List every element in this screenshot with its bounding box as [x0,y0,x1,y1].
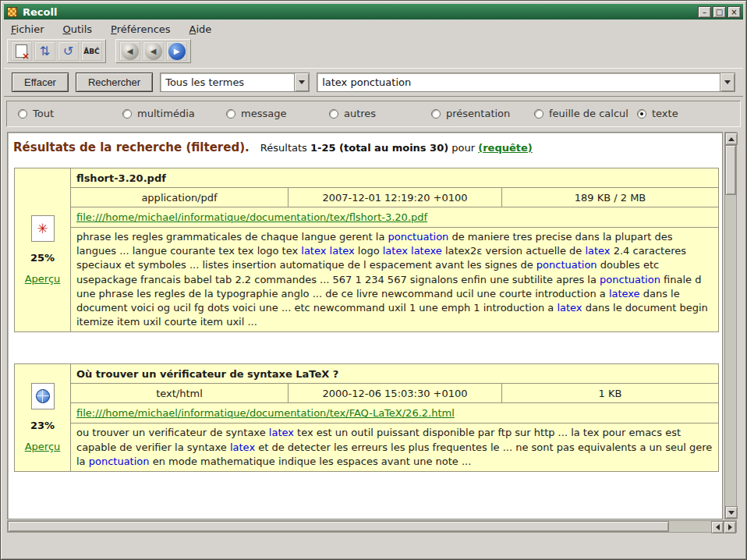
horizontal-scrollbar-trough[interactable] [669,521,711,532]
globe-icon [36,389,50,403]
arrow-up-icon [728,137,735,141]
result-mime: application/pdf [71,188,289,207]
relevance-percent: 25% [20,252,65,264]
first-page-icon: ◀ [122,43,139,60]
result-datetime: 2007-12-01 12:19:20 +0100 [289,188,502,207]
window-title: Recoll [23,6,696,18]
history-icon: ↺ [63,45,73,58]
menu-preferences[interactable]: Préférences [111,23,170,35]
results-summary-pour: pour [451,142,475,154]
result-url-cell: file:///home/michael/informatique/docume… [71,207,719,228]
result-url-link[interactable]: file:///home/michael/informatique/docume… [76,211,427,223]
scroll-right-button[interactable] [724,521,736,533]
results-summary: Résultats 1-25 (total au moins 30) pour … [260,142,533,154]
close-button[interactable]: × [728,6,741,18]
clear-button[interactable]: Effacer [12,73,69,92]
filter-label: autres [344,108,376,119]
result-size: 1 KB [502,384,719,403]
results-range: 1-25 (total au moins 30) [310,142,448,154]
search-input[interactable] [317,73,720,91]
titlebar[interactable]: Recoll – □ × [4,4,743,19]
relevance-percent: 23% [20,420,65,431]
result-title: Où trouver un vérificateur de syntaxe La… [71,364,719,384]
result-side-cell: 23% Aperçu [15,364,71,472]
clear-search-button[interactable] [11,41,32,61]
update-index-icon: ⇅ [40,45,50,58]
prev-page-icon: ◀ [145,43,162,60]
preview-link[interactable]: Aperçu [25,273,61,285]
result-mime: text/html [71,384,289,403]
first-page-button[interactable]: ◀ [119,41,140,61]
search-mode-select[interactable]: Tous les termes [160,73,310,92]
radio-icon[interactable] [431,109,441,119]
result-size: 189 KB / 2 MB [502,188,719,207]
prev-page-button[interactable]: ◀ [143,41,164,61]
chevron-down-icon [299,80,305,84]
filter-label: présentation [446,108,510,119]
recoll-window: Recoll – □ × Fichier Outils Préférences … [0,0,747,560]
filter-label: feuille de calcul [549,108,628,119]
filter-texte[interactable]: texte [637,108,678,119]
filter-label: message [241,108,286,119]
arrow-left-icon [716,524,720,530]
filter-autres[interactable]: autres [329,108,376,119]
result-title: flshort-3.20.pdf [71,168,719,188]
results-list: Résultats de la recherche (filtered). Ré… [7,132,723,519]
filter-presentation[interactable]: présentation [431,108,510,119]
filter-label: multimédia [137,108,195,119]
scroll-left-button[interactable] [711,521,724,533]
radio-icon[interactable] [226,109,235,119]
toolbar-group-actions: ⇅ ↺ ÂBĈ [7,39,106,63]
query-history-dropdown-button[interactable] [720,73,735,91]
results-header: Résultats de la recherche (filtered). Ré… [8,133,722,154]
query-details-link[interactable]: (requête) [478,142,533,154]
radio-icon[interactable] [534,109,543,119]
horizontal-scrollbar[interactable] [7,520,737,533]
result-url-link[interactable]: file:///home/michael/informatique/docume… [76,407,455,419]
toolbar-group-navigation: ◀ ◀ ▶ [115,39,191,63]
radio-icon[interactable] [122,109,132,119]
menu-aide[interactable]: Aide [189,23,212,35]
radio-icon[interactable] [329,109,338,119]
pdf-icon: ✳ [31,215,55,242]
result-item-2: 23% Aperçu Où trouver un vérificateur de… [14,363,719,472]
arrow-right-icon [728,524,732,530]
radio-icon[interactable] [637,109,646,119]
radio-icon[interactable] [18,109,27,119]
next-page-button[interactable]: ▶ [166,41,187,61]
result-url-cell: file:///home/michael/informatique/docume… [71,403,719,424]
filter-feuille-de-calcul[interactable]: feuille de calcul [534,108,628,119]
minimize-button[interactable]: – [698,6,711,18]
filter-label: Tout [33,108,54,119]
term-explorer-button[interactable]: ÂBĈ [81,41,102,61]
menu-fichier[interactable]: Fichier [11,23,44,35]
preview-link[interactable]: Aperçu [25,441,61,452]
result-item-1: ✳ 25% Aperçu flshort-3.20.pdf applicatio… [14,168,719,332]
filter-multimedia[interactable]: multimédia [122,108,195,119]
arrow-down-icon [728,511,735,515]
pdf-logo-glyph: ✳ [37,222,48,236]
next-page-icon: ▶ [168,43,186,60]
update-index-button[interactable]: ⇅ [34,41,55,61]
search-button[interactable]: Rechercher [76,73,153,92]
scroll-down-button[interactable] [725,506,738,519]
history-button[interactable]: ↺ [58,41,79,61]
search-mode-dropdown-button[interactable] [294,73,309,91]
menu-outils[interactable]: Outils [63,23,93,35]
horizontal-scrollbar-thumb[interactable] [8,521,669,532]
vertical-scrollbar-trough[interactable] [725,195,736,506]
filter-message[interactable]: message [226,108,286,119]
toolbar: ⇅ ↺ ÂBĈ ◀ ◀ ▶ [7,39,191,63]
app-icon [7,7,17,17]
filter-label: texte [652,108,678,119]
vertical-scrollbar[interactable] [724,132,737,519]
result-side-cell: ✳ 25% Aperçu [15,168,71,332]
clear-search-icon [16,44,27,58]
filter-tout[interactable]: Tout [18,108,54,119]
results-title: Résultats de la recherche (filtered). [13,140,250,154]
scroll-up-button[interactable] [725,133,738,145]
menubar: Fichier Outils Préférences Aide [4,21,743,37]
result-datetime: 2000-12-06 15:03:30 +0100 [289,384,502,403]
vertical-scrollbar-thumb[interactable] [725,145,736,195]
maximize-button[interactable]: □ [713,6,726,18]
